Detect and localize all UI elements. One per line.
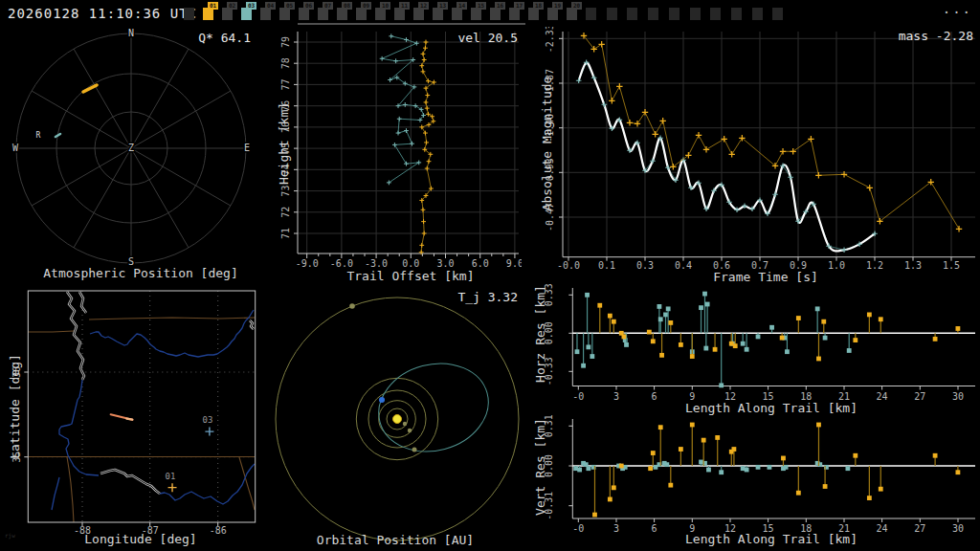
tab-11[interactable]: 11 [394, 0, 412, 25]
svg-text:15: 15 [763, 391, 774, 402]
tab-18[interactable]: 18 [528, 0, 546, 25]
vert-residuals-plot: -0369121518212427300.310.00-0.31 [522, 413, 980, 551]
svg-text:3.0: 3.0 [436, 258, 454, 269]
svg-text:-0.0: -0.0 [557, 260, 580, 271]
svg-text:0.4: 0.4 [675, 260, 692, 271]
vert-ylabel: Vert Res [km] [533, 418, 547, 516]
svg-text:1.2: 1.2 [866, 260, 883, 271]
svg-text:Z: Z [128, 143, 134, 153]
svg-text:-2.33: -2.33 [545, 27, 555, 53]
svg-text:-0: -0 [572, 391, 584, 402]
watermark: rjw [5, 532, 15, 539]
svg-text:12: 12 [724, 391, 736, 402]
tab-blank-24[interactable] [648, 0, 665, 25]
tab-08[interactable]: 08 [337, 0, 354, 25]
tab-05[interactable]: 05 [279, 0, 297, 25]
tab-07[interactable]: 07 [318, 0, 335, 25]
map-title: Longitude [deg] [84, 532, 196, 546]
svg-text:77: 77 [280, 78, 291, 90]
tab-09[interactable]: 09 [356, 0, 373, 25]
tab-12[interactable]: 12 [413, 0, 431, 25]
tab-blank-23[interactable] [627, 0, 644, 25]
svg-text:1.5: 1.5 [943, 260, 960, 271]
svg-text:72: 72 [280, 207, 291, 218]
svg-text:01: 01 [166, 472, 176, 481]
svg-text:-86: -86 [210, 525, 227, 536]
polar-title: Atmospheric Position [deg] [43, 266, 238, 280]
map-ylabel: Latitude [deg] [8, 354, 22, 459]
tisserand-metric: T_j 3.32 [457, 290, 518, 304]
tab-blank-25[interactable] [669, 0, 686, 25]
trail-title: Trail Offset [km] [346, 269, 474, 283]
svg-text:-0: -0 [572, 523, 584, 534]
svg-text:78: 78 [280, 57, 291, 69]
svg-text:N: N [128, 28, 134, 38]
svg-text:3: 3 [613, 523, 619, 534]
tab-blank-22[interactable] [607, 0, 624, 25]
svg-text:79: 79 [280, 36, 291, 48]
svg-text:0.1: 0.1 [598, 260, 615, 271]
svg-text:0.3: 0.3 [636, 260, 654, 271]
orbit-title: Orbital Position [AU] [317, 533, 474, 547]
tab-scroll-indicator[interactable] [298, 23, 525, 25]
mag-ylabel: Absolute Magnitude [540, 77, 554, 211]
svg-text:E: E [244, 143, 250, 153]
tab-blank-29[interactable] [752, 0, 769, 25]
svg-text:0.0: 0.0 [402, 258, 419, 269]
tab-blank-30[interactable] [772, 0, 790, 25]
svg-text:-6.0: -6.0 [330, 258, 353, 269]
svg-text:21: 21 [838, 391, 850, 402]
tab-17[interactable]: 17 [509, 0, 526, 25]
tab-blank-28[interactable] [731, 0, 748, 25]
svg-text:27: 27 [914, 523, 925, 534]
tab-04[interactable]: 04 [260, 0, 278, 25]
q-metric: Q* 64.1 [198, 31, 251, 45]
tab-16[interactable]: 16 [490, 0, 507, 25]
svg-text:18: 18 [800, 391, 812, 402]
orbital-position-plot [268, 287, 522, 551]
atmospheric-position-plot: NESWZR [0, 27, 268, 285]
tab-13[interactable]: 13 [433, 0, 450, 25]
vert-title: Length Along Trail [km] [685, 532, 858, 546]
svg-text:6.0: 6.0 [472, 258, 489, 269]
horz-ylabel: Horz Res [km] [533, 285, 547, 383]
svg-text:30: 30 [952, 391, 964, 402]
svg-text:9: 9 [689, 391, 695, 402]
svg-text:3: 3 [613, 391, 619, 402]
tab-19[interactable]: 19 [547, 0, 565, 25]
fireball-dashboard: 20260128 11:10:36 UTC 010203040506070809… [0, 0, 980, 551]
tab-01[interactable]: 01 [203, 0, 220, 25]
svg-text:1.3: 1.3 [904, 260, 922, 271]
svg-text:24: 24 [877, 391, 888, 402]
tab-blank-0[interactable] [184, 0, 201, 25]
tab-10[interactable]: 10 [375, 0, 392, 25]
svg-text:9.0: 9.0 [506, 258, 522, 269]
svg-text:1.0: 1.0 [828, 260, 845, 271]
tab-blank-26[interactable] [690, 0, 707, 25]
tab-06[interactable]: 06 [299, 0, 316, 25]
svg-text:30: 30 [952, 523, 964, 534]
svg-text:6: 6 [652, 391, 657, 402]
svg-text:6: 6 [652, 523, 657, 534]
svg-text:W: W [12, 143, 19, 153]
tab-14[interactable]: 14 [452, 0, 469, 25]
svg-text:71: 71 [280, 228, 291, 239]
svg-text:73: 73 [280, 186, 291, 197]
trail-offset-plot: -9.0-6.0-3.00.03.06.09.07978777676757473… [268, 27, 522, 285]
tab-blank-21[interactable] [586, 0, 603, 25]
vel-metric: vel 20.5 [457, 31, 518, 45]
mass-metric: mass -2.28 [899, 29, 973, 43]
tab-20[interactable]: 20 [567, 0, 584, 25]
svg-text:27: 27 [914, 391, 925, 402]
svg-text:24: 24 [877, 523, 888, 534]
tab-03[interactable]: 03 [241, 0, 258, 25]
overflow-menu[interactable]: ... [943, 1, 972, 16]
svg-text:-9.0: -9.0 [296, 258, 319, 269]
tab-02[interactable]: 02 [222, 0, 239, 25]
svg-text:-3.0: -3.0 [365, 258, 388, 269]
trail-ylabel: Height [km] [277, 102, 291, 185]
svg-text:R: R [36, 131, 41, 140]
ground-track-map: -88-87-8636350301 [0, 287, 268, 551]
tab-15[interactable]: 15 [471, 0, 488, 25]
tab-blank-27[interactable] [710, 0, 727, 25]
